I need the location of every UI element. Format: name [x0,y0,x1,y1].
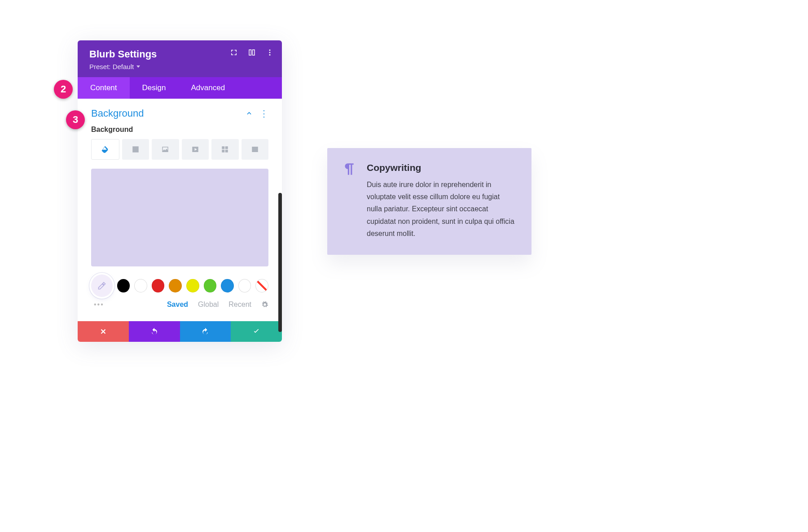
blurb-settings-panel: Blurb Settings Preset: Default Content D… [78,40,282,342]
more-swatches-icon[interactable]: ••• [94,301,104,309]
panel-header: Blurb Settings Preset: Default [78,40,282,77]
more-icon[interactable] [266,48,274,57]
cancel-button[interactable] [78,321,129,342]
preset-dropdown[interactable]: Preset: Default [89,63,140,70]
section-more-icon[interactable]: ⋮ [259,109,268,118]
bg-type-video[interactable] [182,139,209,160]
redo-button[interactable] [180,321,231,342]
bg-type-image[interactable] [152,139,179,160]
swatch-white[interactable] [134,279,147,292]
scrollbar-thumb[interactable] [278,193,282,332]
snap-icon[interactable] [248,48,256,57]
svg-point-2 [269,54,271,56]
palette-source-tabs: Saved Global Recent [167,301,268,309]
tab-advanced[interactable]: Advanced [178,77,237,99]
card-title: Copywriting [367,162,515,173]
bg-type-color[interactable] [91,139,119,160]
tab-content[interactable]: Content [78,77,130,99]
eyedropper-button[interactable] [91,275,113,297]
color-preview[interactable] [91,169,268,266]
gear-icon[interactable] [261,301,268,308]
field-label-background: Background [91,126,268,134]
svg-point-1 [269,52,271,53]
card-text: Duis aute irure dolor in reprehenderit i… [367,179,515,240]
swatch-white-2[interactable] [238,279,251,292]
bg-type-mask[interactable] [242,139,269,160]
save-button[interactable] [231,321,282,342]
preset-label: Preset: Default [89,63,134,70]
annotation-step-3: 3 [66,110,85,129]
settings-tabs: Content Design Advanced [78,77,282,99]
annotation-step-2: 2 [54,80,73,99]
swatch-orange[interactable] [169,279,182,292]
swatch-yellow[interactable] [186,279,199,292]
svg-point-0 [269,49,271,51]
swatch-green[interactable] [204,279,217,292]
tab-design[interactable]: Design [130,77,179,99]
panel-footer [78,321,282,342]
palette-tab-global[interactable]: Global [198,301,219,309]
swatch-blue[interactable] [221,279,234,292]
palette-tab-recent[interactable]: Recent [228,301,251,309]
background-type-tabs [91,139,268,160]
swatch-red[interactable] [152,279,165,292]
bg-type-gradient[interactable] [122,139,149,160]
paragraph-icon [343,162,355,178]
color-swatch-row [91,275,268,297]
chevron-up-icon[interactable] [246,110,252,117]
swatch-black[interactable] [117,279,130,292]
background-section: Background ⋮ Background [78,99,282,313]
bg-type-pattern[interactable] [211,139,239,160]
swatch-none[interactable] [255,279,268,292]
section-title[interactable]: Background [91,108,144,119]
caret-down-icon [136,65,140,68]
expand-icon[interactable] [230,48,238,57]
blurb-preview-card: Copywriting Duis aute irure dolor in rep… [327,148,531,255]
undo-button[interactable] [129,321,180,342]
palette-tab-saved[interactable]: Saved [167,301,188,309]
